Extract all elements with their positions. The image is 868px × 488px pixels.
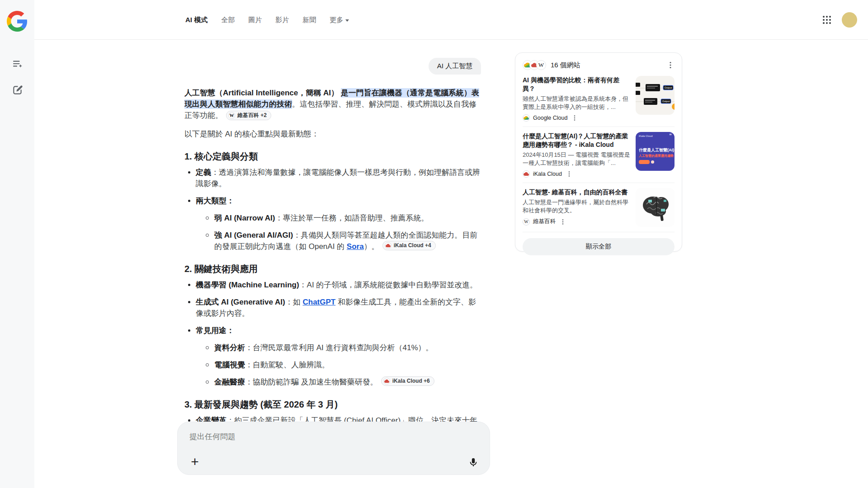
- citation-label: 維基百科 +2: [237, 112, 267, 119]
- term: 資料分析: [214, 343, 245, 352]
- term: 金融醫療: [214, 378, 245, 386]
- intro-bold: 人工智慧（Artificial Intelligence，簡稱 AI）: [184, 89, 339, 97]
- quote-decoration: ❞: [669, 133, 672, 139]
- ai-history-icon[interactable]: [12, 58, 24, 70]
- term: 兩大類型：: [196, 197, 234, 205]
- tab-videos[interactable]: 影片: [275, 16, 289, 24]
- source-thumbnail-brain[interactable]: [636, 188, 675, 227]
- list-item: 資料分析：台灣民眾最常利用 AI 進行資料查詢與分析（41%）。: [203, 342, 481, 353]
- svg-text:Output: Output: [665, 86, 672, 89]
- wikipedia-favicon: W: [523, 218, 530, 225]
- source-card[interactable]: 人工智慧- 維基百科，自由的百科全書 人工智慧是一門邊緣學科，屬於自然科學和社會…: [523, 183, 675, 232]
- source-title[interactable]: AI 與機器學習的比較：兩者有何差異？: [523, 76, 630, 93]
- tab-more-label: 更多: [330, 16, 343, 24]
- ask-placeholder: 提出任何問題: [189, 432, 236, 442]
- list-item: 弱 AI (Narrow AI)：專注於單一任務，如語音助理、推薦系統。: [203, 212, 481, 224]
- source-name: Google Cloud: [533, 115, 567, 121]
- wikipedia-favicon: W: [228, 112, 235, 119]
- tab-all[interactable]: 全部: [221, 16, 235, 24]
- citation-chip-ikala[interactable]: iKala Cloud +6: [381, 376, 434, 386]
- tab-ai-mode[interactable]: AI 模式: [185, 16, 208, 24]
- citation-chip-ikala[interactable]: iKala Cloud +4: [382, 241, 436, 250]
- wikipedia-favicon: W: [536, 60, 546, 70]
- term: 電腦視覺: [214, 361, 245, 369]
- source-snippet: 2024年10月15日 — 電腦視覺 電腦視覺是一種人工智慧技術，讓電腦能夠「.…: [523, 151, 630, 167]
- text: ：專注於單一任務，如語音助理、推薦系統。: [275, 214, 429, 222]
- left-sidebar: [0, 0, 34, 488]
- source-card[interactable]: AI 與機器學習的比較：兩者有何差異？ 雖然人工智慧通常被認為是系統本身，但實際…: [523, 71, 675, 127]
- list-item: 電腦視覺：自動駕駛、人臉辨識。: [203, 359, 481, 371]
- section-1-title: 1. 核心定義與分類: [184, 150, 481, 162]
- kebab-menu-icon[interactable]: [566, 171, 572, 177]
- text: ：透過演算法和海量數據，讓電腦能像人類一樣思考與行動，例如理解語言或辨識影像。: [196, 168, 480, 188]
- term: 生成式 AI (Generative AI): [196, 298, 285, 306]
- intro-paragraph: 人工智慧（Artificial Intelligence，簡稱 AI） 是一門旨…: [184, 87, 481, 121]
- sources-panel: W 16 個網站 AI 與機器學習的比較：兩者有何差異？ 雖然人工智慧通常被認為…: [515, 52, 682, 252]
- ikala-favicon: [383, 378, 390, 385]
- list-item: 金融醫療：協助防範詐騙 及加速生物醫藥研發。iKala Cloud +6: [203, 376, 481, 388]
- compose-icon[interactable]: [12, 84, 24, 96]
- section-3-title: 3. 最新發展與趨勢 (截至 2026 年 3 月): [184, 399, 481, 410]
- thumb-line1: 什麼是人工智慧(AI)？: [639, 147, 675, 153]
- list-item: 生成式 AI (Generative AI)：如 ChatGPT 和影像生成工具…: [184, 296, 481, 319]
- term: 機器學習 (Machine Learning): [196, 281, 299, 289]
- ikala-favicon: [385, 242, 392, 249]
- text: ：台灣民眾最常利用 AI 進行資料查詢與分析（41%）。: [245, 343, 434, 352]
- text: ：如: [285, 298, 303, 306]
- link-sora[interactable]: Sora: [347, 242, 364, 251]
- text: ：AI 的子領域，讓系統能從數據中自動學習並改進。: [299, 281, 478, 289]
- tab-news[interactable]: 新聞: [302, 16, 316, 24]
- thumb-tag: [639, 160, 650, 164]
- section-2-title: 2. 關鍵技術與應用: [184, 263, 481, 275]
- thumb-line2: 人工智慧的產業應用趨勢: [639, 154, 674, 158]
- list-item: 兩大類型： 弱 AI (Narrow AI)：專注於單一任務，如語音助理、推薦系…: [184, 195, 481, 252]
- list-item: 常見用途： 資料分析：台灣民眾最常利用 AI 進行資料查詢與分析（41%）。 電…: [184, 325, 481, 388]
- citation-chip-wikipedia[interactable]: W維基百科 +2: [226, 111, 271, 120]
- ask-input[interactable]: 提出任何問題 +: [177, 422, 490, 475]
- link-chatgpt[interactable]: ChatGPT: [302, 298, 335, 306]
- search-tabs: AI 模式 全部 圖片 影片 新聞 更多: [185, 0, 349, 40]
- tab-more[interactable]: 更多: [330, 16, 349, 24]
- user-query-chip: AI 人工智慧: [429, 58, 481, 75]
- thumb-brand: iKala Cloud: [639, 135, 653, 137]
- apps-grid-icon[interactable]: [822, 15, 832, 25]
- tab-images[interactable]: 圖片: [248, 16, 262, 24]
- top-bar: AI 模式 全部 圖片 影片 新聞 更多: [34, 0, 868, 40]
- term: 弱 AI (Narrow AI): [214, 214, 275, 222]
- text: ：自動駕駛、人臉辨識。: [245, 361, 330, 369]
- kebab-menu-icon[interactable]: [666, 61, 675, 69]
- source-snippet: 雖然人工智慧通常被認為是系統本身，但實際上是系統中導入的一組技術，...: [523, 95, 630, 111]
- thumb-toggle: [651, 160, 654, 164]
- list-item: 強 AI (General AI/AGI)：具備與人類同等甚至超越人類的全面認知…: [203, 230, 481, 252]
- site-count: 16 個網站: [551, 61, 580, 70]
- list-item: 定義：透過演算法和海量數據，讓電腦能像人類一樣思考與行動，例如理解語言或辨識影像…: [184, 167, 481, 189]
- term: 常見用途：: [196, 326, 234, 335]
- term: 定義: [196, 168, 211, 177]
- show-all-button[interactable]: 顯示全部: [523, 238, 675, 255]
- mic-icon[interactable]: [468, 457, 479, 468]
- source-name: iKala Cloud: [533, 171, 562, 177]
- google-cloud-favicon: [523, 114, 530, 122]
- chevron-down-icon: [345, 19, 349, 22]
- source-thumbnail-ikala[interactable]: iKala Cloud ❞ 什麼是人工智慧(AI)？ 人工智慧的產業應用趨勢: [636, 132, 675, 171]
- kebab-menu-icon[interactable]: [571, 115, 578, 121]
- plus-icon[interactable]: +: [189, 455, 201, 468]
- source-thumbnail-diagram[interactable]: Output Output: [636, 76, 675, 115]
- text: ）。: [364, 242, 379, 251]
- citation-label: iKala Cloud +4: [394, 242, 431, 249]
- avatar[interactable]: [842, 12, 857, 28]
- text: ：協助防範詐騙 及加速生物醫藥研發。: [245, 378, 378, 386]
- source-name: 維基百科: [533, 218, 556, 225]
- ikala-favicon: [523, 170, 530, 178]
- kebab-menu-icon[interactable]: [560, 219, 566, 225]
- citation-label: iKala Cloud +6: [392, 378, 430, 385]
- source-title[interactable]: 什麼是人工智慧(AI)？人工智慧的產業應用趨勢有哪些？ - iKala Clou…: [523, 132, 630, 149]
- source-title[interactable]: 人工智慧- 維基百科，自由的百科全書: [523, 188, 630, 197]
- favicon-stack: W: [523, 60, 546, 70]
- google-logo[interactable]: [7, 11, 28, 32]
- source-card[interactable]: 什麼是人工智慧(AI)？人工智慧的產業應用趨勢有哪些？ - iKala Clou…: [523, 127, 675, 183]
- term: 強 AI (General AI/AGI): [214, 231, 293, 239]
- source-snippet: 人工智慧是一門邊緣學科，屬於自然科學和社會科學的交叉。: [523, 198, 630, 215]
- list-item: 機器學習 (Machine Learning)：AI 的子領域，讓系統能從數據中…: [184, 279, 481, 291]
- svg-text:Output: Output: [662, 100, 670, 103]
